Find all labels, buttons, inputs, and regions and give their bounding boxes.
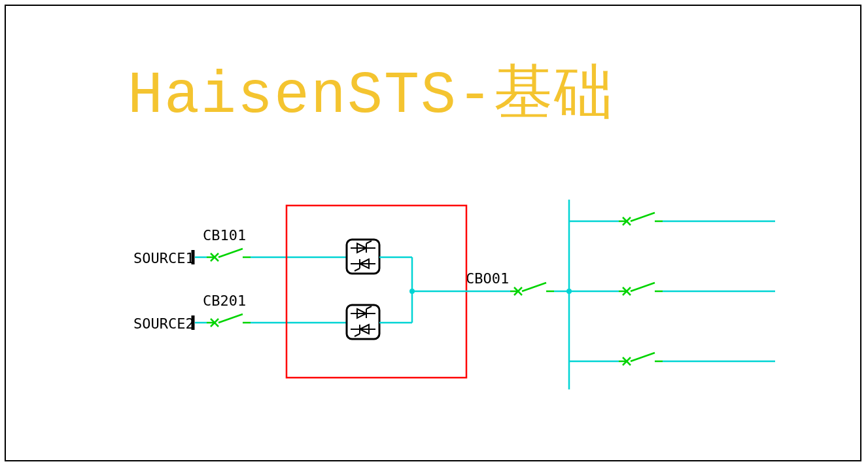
svg-line-32: [631, 213, 655, 221]
scr-module-1: [347, 240, 379, 274]
svg-line-27: [522, 283, 546, 291]
svg-line-37: [631, 283, 655, 291]
breaker-cbo01: [510, 283, 554, 295]
scr-module-2: [347, 305, 379, 339]
svg-line-3: [218, 249, 243, 257]
breaker-feeder-1: [619, 213, 663, 225]
breaker-cb101: [207, 249, 251, 261]
breaker-cb201: [207, 314, 251, 327]
breaker-feeder-3: [619, 353, 663, 365]
schematic-svg: [0, 0, 868, 466]
svg-rect-10: [347, 240, 379, 274]
svg-rect-17: [347, 305, 379, 339]
svg-line-42: [631, 353, 655, 361]
breaker-feeder-2: [619, 283, 663, 295]
svg-line-8: [218, 314, 243, 323]
